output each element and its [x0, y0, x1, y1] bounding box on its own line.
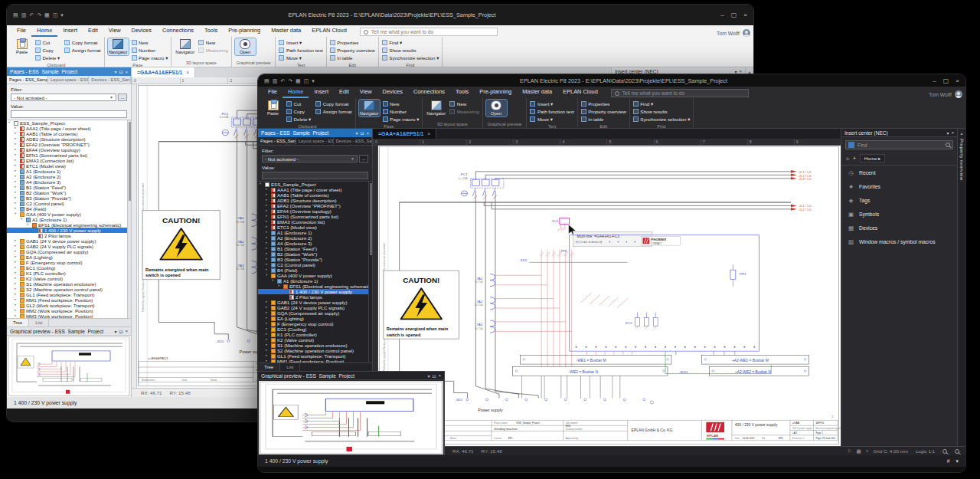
preview-open-button[interactable]: Open — [235, 38, 256, 55]
tree-item[interactable]: GAB1 (24 V device power supply) — [7, 238, 131, 244]
editor-tab[interactable]: =GAA+A1&EFS1/1 × — [373, 129, 436, 139]
tree-item[interactable]: AAA1 (Title page / cover sheet) — [7, 126, 131, 131]
text-move-button[interactable]: Move ▾ — [530, 116, 573, 123]
tree-expander-icon[interactable] — [278, 284, 282, 288]
pages-tree[interactable]: ESS_Sample_Project AAA1 (Title page / co… — [7, 120, 131, 318]
tree-expander-icon[interactable] — [266, 317, 270, 320]
ribbon-tab[interactable]: Connections — [408, 87, 450, 98]
ribbon-tab[interactable]: Pre-planning — [223, 25, 266, 37]
quick-access-icon[interactable]: ↶ — [29, 12, 34, 18]
preview-minimap[interactable] — [8, 336, 130, 396]
tree-expander-icon[interactable] — [15, 314, 18, 318]
quick-access-icon[interactable]: ▥ — [273, 78, 278, 84]
tree-expander-icon[interactable] — [266, 215, 270, 218]
paste-button[interactable]: Paste — [11, 38, 32, 55]
titlebar[interactable]: ▤▥↶↷▦◫▾ EPLAN Electric P8 2023 - E:\EPLA… — [7, 5, 753, 25]
insert-center-item[interactable]: ◷ Recent — [841, 166, 957, 179]
tree-item[interactable]: EFN1 (Summarized parts list) — [258, 214, 372, 219]
panel-close-icon[interactable]: × — [125, 329, 128, 333]
tree-item[interactable]: S2 (Machine operation control panel) — [7, 287, 131, 292]
tree-item[interactable]: B2 (Station "Work") — [258, 251, 372, 257]
tree-list-tab[interactable]: List — [280, 363, 300, 371]
tree-item[interactable]: EFA4 (Overview topology) — [7, 147, 131, 153]
quick-access-icon[interactable]: ◫ — [304, 78, 309, 84]
tree-list-tab[interactable]: Tree — [258, 363, 280, 371]
tree-item[interactable]: B1 (Station "Feed") — [258, 246, 372, 251]
tree-item[interactable]: ETC1 (Model view) — [258, 225, 372, 230]
tree-expander-icon[interactable] — [15, 244, 18, 248]
tree-item[interactable]: A1 (Enclosure 1) — [258, 230, 372, 235]
tree-expander-icon[interactable] — [15, 180, 18, 184]
tree-item[interactable]: K1 (PLC controller) — [7, 271, 131, 276]
tree-expander-icon[interactable] — [266, 247, 270, 251]
tree-expander-icon[interactable] — [266, 220, 270, 224]
editor-tab-close-icon[interactable]: × — [186, 70, 189, 75]
text-insert-button[interactable]: Insert ▾ — [279, 38, 322, 46]
layout-navigator-button[interactable]: Navigator — [426, 100, 446, 116]
panel-menu-icon[interactable]: ▾ — [114, 329, 116, 334]
tree-item[interactable]: S1 (Machine operation enclosure) — [7, 281, 131, 287]
insert-center-search[interactable]: Find — [845, 140, 953, 149]
schematic-canvas[interactable]: Protected by copyright. Passing on as we… — [378, 146, 841, 446]
tree-item[interactable]: A2 (Enclosure 2) — [258, 235, 372, 241]
assign-format-button[interactable]: Assign format — [64, 46, 100, 54]
tree-item[interactable]: A4 (Enclosure 3) — [258, 241, 372, 246]
tree-expander-icon[interactable] — [15, 126, 18, 130]
panel-close-icon[interactable]: × — [125, 70, 128, 74]
quick-access-icon[interactable]: ↷ — [37, 12, 41, 18]
tree-expander-icon[interactable] — [15, 207, 18, 211]
preview-minimap[interactable] — [259, 381, 443, 454]
tree-expander-icon[interactable] — [15, 191, 18, 195]
tree-expander-icon[interactable] — [15, 261, 18, 264]
tree-expander-icon[interactable] — [15, 250, 18, 254]
quick-access-icon[interactable]: ↷ — [288, 78, 292, 84]
tree-expander-icon[interactable] — [266, 322, 270, 326]
quick-access-icon[interactable]: ▥ — [21, 12, 27, 18]
tree-expander-icon[interactable] — [15, 185, 18, 189]
preview-header[interactable]: Graphical preview - ESS_Sample_Project ▾… — [258, 372, 444, 380]
synchronize-selection-button[interactable]: Synchronize selection ▾ — [382, 54, 439, 62]
text-insert-button[interactable]: Insert ▾ — [530, 100, 573, 107]
page-macro-button[interactable]: Page macro ▾ — [132, 54, 168, 62]
pages-panel-header[interactable]: Pages - ESS_Sample_Project ▾ ⊡ × — [7, 67, 131, 76]
synchronize-selection-button[interactable]: Synchronize selection ▾ — [633, 116, 691, 123]
tree-item[interactable]: ESS_Sample_Project — [7, 120, 131, 126]
insert-center-item[interactable]: ◈ Tags — [841, 193, 957, 207]
ribbon-tab[interactable]: Master data — [266, 25, 306, 37]
ribbon-tab[interactable]: File — [11, 25, 31, 37]
tree-expander-icon[interactable] — [15, 202, 18, 205]
collapse-arrow-icon[interactable]: ▲ — [960, 131, 964, 136]
tree-expander-icon[interactable] — [15, 239, 18, 243]
tree-item[interactable]: K2 (Valve control) — [258, 337, 372, 343]
tree-item[interactable]: K2 (Valve control) — [7, 276, 131, 281]
properties-button[interactable]: Properties — [581, 100, 626, 107]
tree-expander-icon[interactable] — [266, 258, 270, 261]
copy-button[interactable]: Copy — [286, 107, 311, 115]
tree-expander-icon[interactable] — [15, 303, 18, 307]
tree-item[interactable]: GL1 (Feed workpiece: Transport) — [7, 292, 131, 297]
tree-list-tab[interactable]: List — [29, 319, 49, 326]
ribbon-tab[interactable]: Connections — [157, 25, 199, 37]
tree-item[interactable]: A1 (Enclosure 1) — [7, 217, 131, 222]
tree-item[interactable]: EFA4 (Overview topology) — [258, 208, 372, 214]
tree-expander-icon[interactable] — [15, 175, 18, 179]
quick-access-icon[interactable]: ▤ — [264, 78, 270, 84]
tree-expander-icon[interactable] — [15, 148, 18, 152]
ribbon-tab[interactable]: EPLAN Cloud — [306, 25, 352, 37]
ribbon-tab[interactable]: Home — [31, 25, 58, 37]
ribbon-tab[interactable]: Devices — [126, 25, 157, 37]
panel-close-icon[interactable]: × — [366, 131, 369, 136]
page-new-button[interactable]: New — [383, 100, 420, 107]
copy-format-button[interactable]: Copy format — [315, 100, 351, 107]
tree-item[interactable]: 1 400 / 230 V power supply — [258, 289, 372, 294]
tree-item[interactable]: MM1 (Feed workpiece: Position) — [7, 297, 131, 303]
tree-expander-icon[interactable] — [266, 327, 270, 331]
tree-expander-icon[interactable] — [266, 252, 270, 256]
quick-access-icon[interactable]: ↶ — [280, 78, 285, 84]
snap-icon[interactable]: + — [866, 448, 869, 454]
filter-more-button[interactable]: ... — [359, 155, 368, 162]
tree-item[interactable]: EFS1 (Electrical engineering schematic) — [258, 284, 372, 289]
tree-expander-icon[interactable] — [266, 300, 270, 304]
tree-item[interactable]: B4 (Field) — [258, 267, 372, 273]
ribbon-tab[interactable]: File — [263, 87, 283, 98]
